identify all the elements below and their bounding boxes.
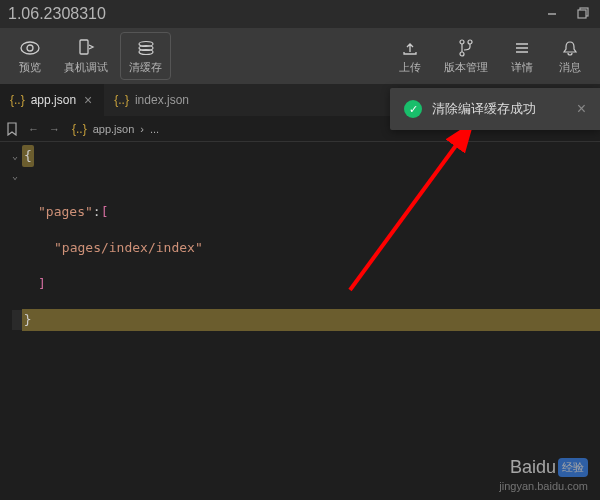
toolbar-left: 预览 真机调试 清缓存 [8,32,171,80]
breadcrumb-file: app.json [93,123,135,135]
svg-point-4 [27,45,33,51]
details-button[interactable]: 详情 [500,32,544,80]
svg-point-10 [468,40,472,44]
code-close-brace: } [24,312,32,327]
code-page-path: "pages/index/index" [54,238,203,258]
details-label: 详情 [511,60,533,75]
breadcrumb-more: ... [150,123,159,135]
branch-icon [458,37,474,59]
svg-point-11 [460,52,464,56]
version-label: 版本管理 [444,60,488,75]
watermark-logo: Baidu [510,457,556,478]
json-icon: {..} [10,93,25,107]
messages-label: 消息 [559,60,581,75]
bookmark-icon[interactable] [6,122,18,136]
watermark-badge: 经验 [558,458,588,477]
menu-icon [514,37,530,59]
tab-index-json[interactable]: {..} index.json [104,84,199,116]
code-open-bracket: [ [101,202,109,222]
success-icon: ✓ [404,100,422,118]
clear-cache-label: 清缓存 [129,60,162,75]
window-controls [544,6,592,22]
nav-icons: ← → [6,122,60,136]
watermark: Baidu 经验 jingyan.baidu.com [499,457,588,492]
titlebar: 1.06.2308310 [0,0,600,28]
preview-label: 预览 [19,60,41,75]
close-icon[interactable]: × [82,92,94,108]
tab-label: index.json [135,93,189,107]
breadcrumb-sep: › [140,123,144,135]
messages-button[interactable]: 消息 [548,32,592,80]
bell-icon [562,37,578,59]
svg-rect-5 [80,40,88,54]
code-colon: : [93,202,101,222]
code-open-brace: { [24,148,32,163]
json-icon: {..} [114,93,129,107]
close-icon[interactable]: × [577,100,586,118]
notification-text: 清除编译缓存成功 [432,100,567,118]
json-icon: {..} [72,122,87,136]
nav-forward-icon[interactable]: → [49,123,60,135]
device-debug-button[interactable]: 真机调试 [56,32,116,80]
code-editor[interactable]: ⌄{ ⌄ "pages": [ "pages/index/index" ] } [0,142,600,334]
watermark-url: jingyan.baidu.com [499,480,588,492]
breadcrumb[interactable]: {..} app.json › ... [72,122,159,136]
minimize-button[interactable] [544,6,560,22]
svg-rect-2 [578,10,586,18]
notification-toast: ✓ 清除编译缓存成功 × [390,88,600,130]
version-button[interactable]: 版本管理 [436,32,496,80]
upload-icon [401,37,419,59]
nav-back-icon[interactable]: ← [28,123,39,135]
tab-label: app.json [31,93,76,107]
clear-cache-button[interactable]: 清缓存 [120,32,171,80]
code-close-bracket: ] [38,274,46,294]
toolbar-right: 上传 版本管理 详情 消息 [388,32,592,80]
device-debug-label: 真机调试 [64,60,108,75]
eye-icon [20,37,40,59]
tab-app-json[interactable]: {..} app.json × [0,84,104,116]
upload-label: 上传 [399,60,421,75]
version-label: 1.06.2308310 [8,5,106,23]
stack-icon [136,37,156,59]
maximize-button[interactable] [576,6,592,22]
phone-icon [77,37,95,59]
upload-button[interactable]: 上传 [388,32,432,80]
toolbar: 预览 真机调试 清缓存 上传 版本管理 详情 消息 [0,28,600,84]
svg-point-3 [21,42,39,54]
svg-point-9 [460,40,464,44]
code-key-pages: "pages" [38,202,93,222]
preview-button[interactable]: 预览 [8,32,52,80]
